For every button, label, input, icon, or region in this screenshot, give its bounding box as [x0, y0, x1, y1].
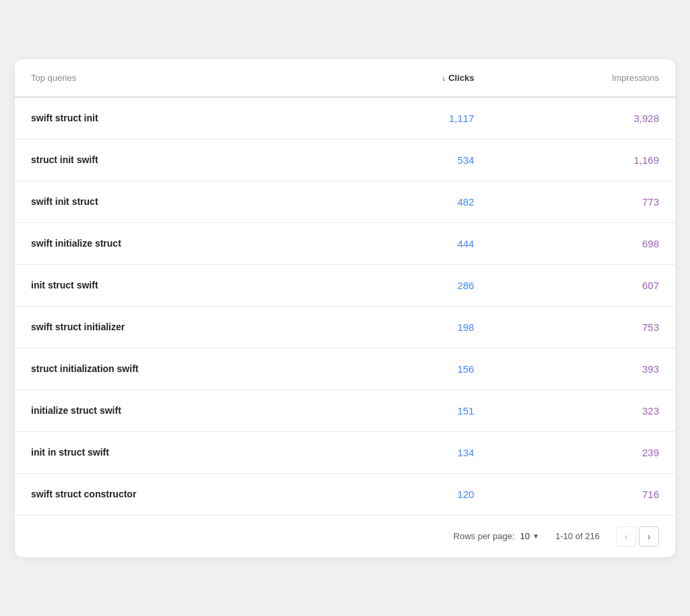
table-footer: Rows per page: 10 ▼ 1-10 of 216 ‹ ›: [15, 515, 675, 557]
impressions-cell: 773: [491, 181, 675, 222]
impressions-cell: 607: [491, 264, 675, 306]
chevron-down-icon: ▼: [532, 532, 539, 540]
table-row: swift struct initializer198753: [15, 306, 675, 348]
clicks-cell: 444: [340, 222, 491, 264]
query-cell: swift struct init: [15, 97, 340, 140]
query-cell: init in struct swift: [15, 431, 340, 473]
pagination-nav: ‹ ›: [616, 526, 659, 547]
clicks-cell: 151: [340, 390, 491, 431]
table-row: swift struct init1,1173,928: [15, 97, 675, 140]
table-row: struct initialization swift156393: [15, 348, 675, 390]
rows-per-page-value: 10: [520, 531, 530, 541]
impressions-column-header[interactable]: Impressions: [491, 59, 675, 97]
prev-page-button[interactable]: ‹: [616, 526, 636, 547]
clicks-cell: 156: [340, 348, 491, 390]
clicks-cell: 534: [340, 139, 491, 181]
impressions-cell: 698: [491, 222, 675, 264]
impressions-cell: 323: [491, 390, 675, 431]
table-row: struct init swift5341,169: [15, 139, 675, 181]
clicks-cell: 286: [340, 264, 491, 306]
impressions-cell: 393: [491, 348, 675, 390]
impressions-cell: 716: [491, 473, 675, 515]
rows-per-page-select[interactable]: 10 ▼: [520, 531, 539, 541]
main-card: Top queries ↓Clicks Impressions swift st…: [15, 59, 675, 557]
query-cell: swift initialize struct: [15, 222, 340, 264]
query-cell: swift struct initializer: [15, 306, 340, 348]
clicks-cell: 1,117: [340, 97, 491, 140]
chevron-left-icon: ‹: [625, 531, 628, 542]
clicks-cell: 120: [340, 473, 491, 515]
queries-column-header: Top queries: [15, 59, 340, 97]
table-row: swift init struct482773: [15, 181, 675, 222]
sort-arrow-icon: ↓: [441, 73, 445, 83]
table-row: init in struct swift134239: [15, 431, 675, 473]
table-row: swift initialize struct444698: [15, 222, 675, 264]
query-cell: struct initialization swift: [15, 348, 340, 390]
clicks-cell: 134: [340, 431, 491, 473]
impressions-cell: 239: [491, 431, 675, 473]
rows-per-page-label: Rows per page:: [453, 531, 515, 541]
impressions-cell: 1,169: [491, 139, 675, 181]
table-row: initialize struct swift151323: [15, 390, 675, 431]
query-cell: swift init struct: [15, 181, 340, 222]
table-row: init struct swift286607: [15, 264, 675, 306]
query-cell: struct init swift: [15, 139, 340, 181]
pagination-info: 1-10 of 216: [555, 531, 600, 541]
impressions-cell: 3,928: [491, 97, 675, 140]
clicks-column-header[interactable]: ↓Clicks: [340, 59, 491, 97]
chevron-right-icon: ›: [648, 531, 651, 542]
next-page-button[interactable]: ›: [639, 526, 659, 547]
clicks-cell: 198: [340, 306, 491, 348]
query-cell: init struct swift: [15, 264, 340, 306]
table-row: swift struct constructor120716: [15, 473, 675, 515]
query-cell: initialize struct swift: [15, 390, 340, 431]
query-cell: swift struct constructor: [15, 473, 340, 515]
rows-per-page-control: Rows per page: 10 ▼: [453, 531, 539, 541]
impressions-cell: 753: [491, 306, 675, 348]
queries-table: Top queries ↓Clicks Impressions swift st…: [15, 59, 675, 515]
table-container: Top queries ↓Clicks Impressions swift st…: [15, 59, 675, 515]
clicks-cell: 482: [340, 181, 491, 222]
